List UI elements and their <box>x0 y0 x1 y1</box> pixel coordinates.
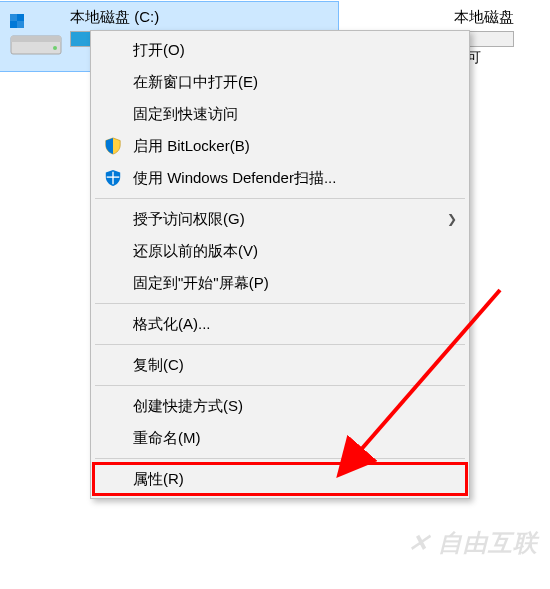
drive-label: 本地磁盘 (C:) <box>70 8 330 27</box>
menu-pin-quick-access[interactable]: 固定到快速访问 <box>93 98 467 130</box>
menu-label: 使用 Windows Defender扫描... <box>133 169 336 188</box>
menu-separator <box>95 344 465 345</box>
menu-separator <box>95 198 465 199</box>
shield-defender-icon <box>103 168 123 188</box>
watermark: ✕ 自由互联 <box>409 527 538 559</box>
menu-separator <box>95 303 465 304</box>
menu-label: 在新窗口中打开(E) <box>133 73 258 92</box>
menu-label: 格式化(A)... <box>133 315 211 334</box>
svg-point-2 <box>53 46 57 50</box>
menu-format[interactable]: 格式化(A)... <box>93 308 467 340</box>
menu-label: 固定到"开始"屏幕(P) <box>133 274 269 293</box>
menu-label: 固定到快速访问 <box>133 105 238 124</box>
menu-restore-previous[interactable]: 还原以前的版本(V) <box>93 235 467 267</box>
menu-separator <box>95 458 465 459</box>
menu-separator <box>95 385 465 386</box>
menu-bitlocker[interactable]: 启用 BitLocker(B) <box>93 130 467 162</box>
menu-properties[interactable]: 属性(R) <box>93 463 467 495</box>
menu-open-new-window[interactable]: 在新窗口中打开(E) <box>93 66 467 98</box>
svg-rect-4 <box>10 14 17 21</box>
drive-icon <box>8 6 64 62</box>
menu-defender-scan[interactable]: 使用 Windows Defender扫描... <box>93 162 467 194</box>
menu-pin-start[interactable]: 固定到"开始"屏幕(P) <box>93 267 467 299</box>
svg-rect-5 <box>17 21 24 28</box>
menu-label: 属性(R) <box>133 470 184 489</box>
menu-copy[interactable]: 复制(C) <box>93 349 467 381</box>
drive-label: 本地磁盘 <box>454 8 514 27</box>
chevron-right-icon: ❯ <box>447 212 457 226</box>
shield-bitlocker-icon <box>103 136 123 156</box>
menu-label: 还原以前的版本(V) <box>133 242 258 261</box>
menu-label: 重命名(M) <box>133 429 201 448</box>
menu-label: 授予访问权限(G) <box>133 210 245 229</box>
menu-label: 创建快捷方式(S) <box>133 397 243 416</box>
svg-rect-1 <box>11 36 61 42</box>
menu-grant-access[interactable]: 授予访问权限(G) ❯ <box>93 203 467 235</box>
menu-rename[interactable]: 重命名(M) <box>93 422 467 454</box>
menu-create-shortcut[interactable]: 创建快捷方式(S) <box>93 390 467 422</box>
menu-open[interactable]: 打开(O) <box>93 34 467 66</box>
menu-label: 复制(C) <box>133 356 184 375</box>
menu-label: 启用 BitLocker(B) <box>133 137 250 156</box>
menu-label: 打开(O) <box>133 41 185 60</box>
context-menu: 打开(O) 在新窗口中打开(E) 固定到快速访问 启用 BitLocker(B)… <box>90 30 470 499</box>
